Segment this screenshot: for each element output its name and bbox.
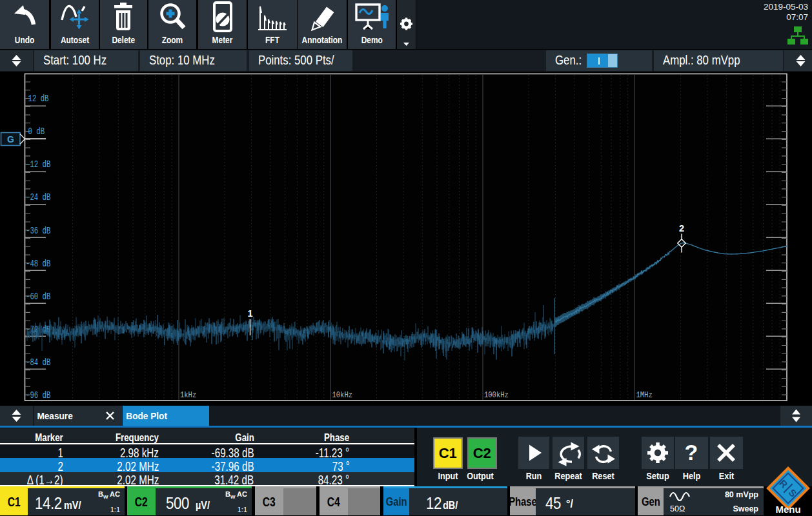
svg-text:-24 dB: -24 dB (26, 192, 51, 203)
svg-text:-96 dB: -96 dB (26, 390, 51, 401)
svg-text:-12 dB: -12 dB (26, 159, 51, 170)
svg-text:-36 dB: -36 dB (26, 226, 51, 236)
svg-text:1MHz: 1MHz (636, 391, 653, 400)
svg-text:0 dB: 0 dB (28, 126, 45, 137)
svg-text:100kHz: 100kHz (484, 391, 509, 400)
svg-text:?: ? (685, 440, 698, 464)
svg-text:12 dB: 12 dB (28, 94, 49, 104)
svg-text:-84 dB: -84 dB (26, 357, 51, 368)
svg-text:1kHz: 1kHz (180, 391, 196, 400)
svg-text:10kHz: 10kHz (332, 391, 353, 400)
svg-text:-60 dB: -60 dB (26, 292, 51, 302)
svg-text:1: 1 (247, 308, 252, 319)
svg-text:G: G (7, 134, 14, 144)
svg-text:-48 dB: -48 dB (26, 259, 51, 269)
svg-text:2: 2 (679, 223, 684, 233)
